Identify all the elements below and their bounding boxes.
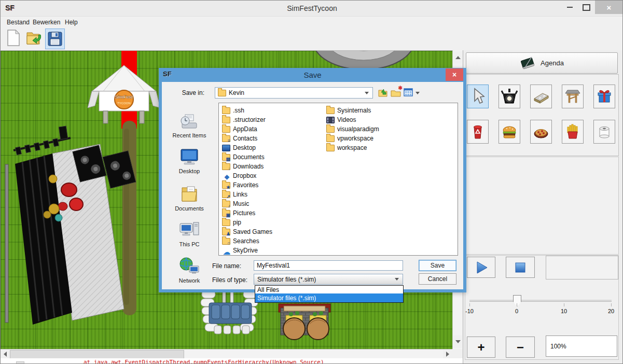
files-of-type-value: Simulator files (*.sim)	[257, 276, 316, 283]
contacts-folder-icon	[222, 135, 230, 142]
file-item[interactable]: workspace	[326, 143, 435, 152]
scroll-up-icon	[455, 56, 461, 59]
maximize-button[interactable]	[578, 1, 594, 14]
file-item[interactable]: Favorites	[222, 180, 331, 190]
menu-bestand[interactable]: Bestand	[5, 18, 32, 27]
file-item[interactable]: Contacts	[222, 134, 331, 143]
tool-pizza[interactable]	[530, 120, 552, 144]
open-file-button[interactable]	[25, 29, 43, 47]
file-item[interactable]: Sysinternals	[326, 106, 435, 115]
file-item[interactable]: .structorizer	[222, 115, 331, 124]
scroll-left-button[interactable]	[1, 350, 10, 358]
horizontal-scrollbar[interactable]	[1, 349, 452, 359]
scroll-up-button[interactable]	[453, 51, 462, 64]
new-folder-star-icon: ✱	[398, 85, 403, 91]
dialog-close-button[interactable]: ×	[446, 68, 463, 81]
stop-button[interactable]	[506, 257, 535, 278]
file-item[interactable]: Saved Games	[222, 227, 331, 236]
tool-gate[interactable]	[562, 85, 584, 108]
file-item[interactable]: AppData	[222, 124, 331, 134]
favorites-folder-icon	[222, 182, 230, 189]
place-network[interactable]: Network	[164, 257, 215, 284]
toilet-paper-icon	[596, 123, 613, 141]
save-button[interactable]: Save	[419, 260, 456, 271]
circle-tent	[313, 51, 414, 69]
view-menu-caret-icon	[416, 92, 420, 94]
pizza-icon	[532, 123, 550, 140]
file-item[interactable]: Desktop	[222, 143, 331, 152]
slider-tick	[611, 303, 612, 306]
horizontal-scroll-thumb[interactable]	[10, 350, 184, 359]
tool-road-tile[interactable]	[530, 85, 552, 108]
status-box	[546, 256, 618, 279]
zoom-out-button[interactable]: −	[506, 337, 535, 358]
menu-bewerken[interactable]: Bewerken	[31, 18, 62, 27]
file-item[interactable]: Pictures	[222, 208, 331, 218]
files-of-type-combobox[interactable]: Simulator files (*.sim)	[254, 274, 403, 285]
place-recent-items[interactable]: Recent Items	[164, 111, 215, 138]
tool-burger[interactable]	[499, 120, 520, 144]
close-button[interactable]: ×	[595, 1, 623, 14]
place-documents[interactable]: Documents	[164, 185, 215, 212]
up-folder-icon	[378, 88, 389, 98]
tent-banner-text: TYCOON	[117, 102, 131, 105]
gate-icon	[564, 88, 582, 105]
scroll-right-icon	[446, 352, 449, 357]
save-file-button[interactable]	[45, 29, 65, 49]
scroll-down-button[interactable]	[453, 335, 462, 348]
zoom-level-field[interactable]: 100%	[546, 335, 617, 357]
file-item[interactable]: Documents	[222, 152, 331, 162]
option-all-files[interactable]: All Files	[255, 286, 403, 293]
file-item[interactable]: Dropbox	[222, 171, 331, 180]
place-label: Desktop	[164, 168, 215, 174]
file-item[interactable]: Videos	[326, 115, 435, 124]
file-item[interactable]: .ssh	[222, 106, 331, 115]
file-item[interactable]: Music	[222, 199, 331, 208]
agenda-button[interactable]: Agenda	[466, 52, 618, 74]
file-name-input[interactable]	[254, 260, 403, 271]
cancel-button[interactable]: Cancel	[419, 273, 456, 285]
app-window: SF SimFestTycoon × Bestand Bewerken Help	[0, 0, 623, 364]
file-item[interactable]: SkyDrive	[222, 246, 331, 255]
tool-gift[interactable]	[593, 85, 615, 108]
cursor-icon	[470, 88, 486, 105]
save-dialog-titlebar[interactable]: SF Save ×	[159, 68, 466, 82]
file-item[interactable]: pip	[222, 218, 331, 227]
agenda-label: Agenda	[541, 59, 564, 67]
zoom-in-button[interactable]: +	[467, 337, 495, 358]
desktop-monitor-icon	[222, 145, 230, 151]
tool-select-cursor[interactable]	[467, 85, 489, 108]
new-file-button[interactable]	[5, 29, 22, 47]
gift-icon	[596, 88, 613, 105]
place-this-pc[interactable]: This PC	[164, 220, 215, 247]
scroll-right-button[interactable]	[443, 350, 452, 358]
up-one-level-button[interactable]	[378, 88, 389, 100]
view-menu-button[interactable]	[404, 88, 420, 98]
tool-spotlight[interactable]	[499, 85, 520, 108]
play-button[interactable]	[467, 257, 495, 278]
file-item[interactable]: Downloads	[222, 162, 331, 171]
slider-label-20: 20	[601, 308, 621, 314]
this-pc-icon	[178, 220, 201, 240]
file-list[interactable]: .ssh .structorizer AppData Contacts Desk…	[218, 103, 458, 256]
tool-trash-bin[interactable]	[467, 120, 489, 144]
documents-folder-icon	[222, 154, 230, 161]
place-desktop[interactable]: Desktop	[164, 148, 215, 174]
tool-fries[interactable]	[562, 120, 584, 144]
road-tile-icon	[532, 88, 550, 105]
chevron-down-icon	[395, 278, 399, 281]
file-item[interactable]: Searches	[222, 236, 331, 246]
new-folder-button[interactable]: ✱	[391, 88, 401, 100]
option-simulator-files[interactable]: Simulator files (*.sim)	[255, 293, 403, 302]
file-item[interactable]: Links	[222, 190, 331, 199]
menu-help[interactable]: Help	[63, 18, 80, 27]
minimize-button[interactable]	[562, 1, 577, 14]
tool-toilet-paper[interactable]	[593, 120, 615, 144]
skydrive-cloud-icon	[222, 247, 230, 254]
downloads-folder-icon	[222, 163, 230, 170]
file-item[interactable]: vpworkspace	[326, 134, 435, 143]
save-in-combobox[interactable]: Kevin	[215, 87, 373, 99]
dropbox-icon	[222, 173, 230, 179]
file-item[interactable]: visualparadigm	[326, 124, 435, 134]
speed-slider-track[interactable]	[469, 300, 612, 302]
